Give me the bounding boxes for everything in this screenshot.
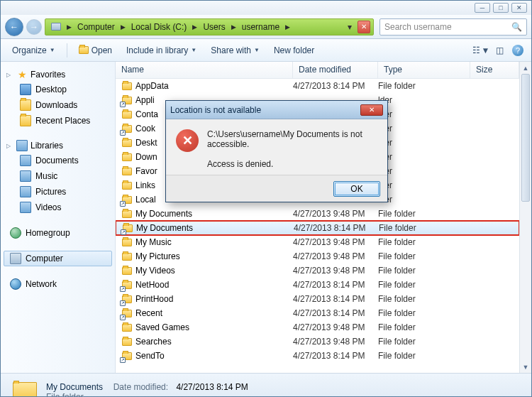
sidebar-downloads[interactable]: Downloads — [4, 97, 112, 113]
dialog-message-1: C:\Users\username\My Documents is not ac… — [207, 129, 377, 149]
column-type[interactable]: Type — [378, 62, 470, 78]
sidebar-network[interactable]: Network — [4, 276, 112, 292]
file-date: 4/27/2013 9:48 PM — [293, 209, 378, 219]
share-with-button[interactable]: Share with▼ — [205, 43, 265, 58]
file-row[interactable]: My Videos4/27/2013 9:48 PMFile folder — [116, 263, 519, 278]
scroll-track[interactable] — [520, 74, 531, 361]
folder-icon: ↗ — [121, 308, 133, 319]
sidebar-computer[interactable]: Computer — [4, 251, 112, 266]
file-row[interactable]: My Pictures4/27/2013 9:48 PMFile folder — [116, 249, 519, 263]
chevron-icon[interactable]: ▶ — [230, 23, 238, 31]
file-date: 4/27/2013 9:48 PM — [293, 322, 378, 332]
include-library-button[interactable]: Include in library▼ — [121, 43, 202, 58]
folder-icon — [121, 208, 133, 219]
breadcrumb-seg[interactable]: Computer — [73, 19, 119, 35]
column-size[interactable]: Size — [470, 62, 519, 78]
dialog-title-bar[interactable]: Location is not available ✕ — [166, 101, 387, 119]
sidebar-pictures[interactable]: Pictures — [4, 184, 112, 200]
help-button[interactable]: ? — [510, 43, 526, 58]
file-type: File folder — [378, 280, 470, 290]
file-date: 4/27/2013 8:14 PM — [293, 280, 378, 290]
sidebar-favorites[interactable]: ▷★Favorites — [4, 67, 112, 82]
file-row[interactable]: AppData4/27/2013 8:14 PMFile folder — [116, 79, 519, 93]
sidebar-documents[interactable]: Documents — [4, 153, 112, 168]
scroll-up-button[interactable]: ▲ — [520, 62, 531, 74]
back-button[interactable]: ← — [5, 18, 23, 36]
file-name: My Documents — [135, 209, 293, 219]
file-name: My Videos — [135, 266, 293, 276]
chevron-icon[interactable]: ▶ — [119, 23, 127, 31]
file-row[interactable]: ↗My Documents4/27/2013 8:14 PMFile folde… — [116, 221, 519, 235]
dialog-close-button[interactable]: ✕ — [360, 104, 383, 116]
sidebar-homegroup[interactable]: Homegroup — [4, 225, 112, 241]
search-placeholder: Search username — [384, 22, 452, 32]
file-name: My Documents — [136, 223, 294, 233]
address-bar[interactable]: ▶ Computer ▶ Local Disk (C:) ▶ Users ▶ u… — [45, 18, 374, 36]
file-type: File folder — [378, 308, 470, 318]
star-icon: ★ — [16, 69, 28, 80]
organize-button[interactable]: Organize▼ — [6, 43, 61, 58]
forward-button[interactable]: → — [26, 19, 42, 35]
close-button[interactable]: ✕ — [511, 3, 527, 13]
title-bar: ─ □ ✕ — [1, 1, 531, 15]
chevron-icon[interactable]: ▶ — [191, 23, 199, 31]
breadcrumb-seg[interactable]: Local Disk (C:) — [127, 19, 192, 35]
minimize-button[interactable]: ─ — [475, 3, 490, 13]
search-input[interactable]: Search username 🔍 — [379, 18, 527, 36]
folder-icon — [121, 251, 133, 262]
file-type: File folder — [379, 223, 471, 233]
details-pane: My Documents Date modified: 4/27/2013 8:… — [1, 373, 531, 397]
folder-icon — [121, 80, 133, 92]
new-folder-button[interactable]: New folder — [268, 43, 320, 58]
folder-icon: ↗ — [121, 350, 133, 361]
file-date: 4/27/2013 9:48 PM — [293, 266, 378, 276]
sidebar-videos[interactable]: Videos — [4, 200, 112, 215]
address-dropdown[interactable]: ▾ — [343, 21, 356, 33]
column-name[interactable]: Name — [116, 62, 293, 78]
breadcrumb-seg[interactable]: Users — [199, 19, 229, 35]
dialog-ok-button[interactable]: OK — [333, 181, 380, 197]
sidebar-recent-places[interactable]: Recent Places — [4, 113, 112, 129]
separator — [67, 43, 67, 58]
file-type: File folder — [378, 209, 470, 219]
scroll-down-button[interactable]: ▼ — [520, 361, 531, 373]
file-row[interactable]: My Music4/27/2013 9:48 PMFile folder — [116, 235, 519, 249]
file-type: lder — [378, 195, 470, 205]
view-options-button[interactable]: ☷▼ — [473, 43, 489, 58]
file-row[interactable]: My Documents4/27/2013 9:48 PMFile folder — [116, 207, 519, 221]
sidebar-desktop[interactable]: Desktop — [4, 82, 112, 97]
column-date[interactable]: Date modified — [293, 62, 378, 78]
file-row[interactable]: ↗PrintHood4/27/2013 8:14 PMFile folder — [116, 292, 519, 306]
vertical-scrollbar[interactable]: ▲ ▼ — [519, 62, 531, 373]
search-icon[interactable]: 🔍 — [511, 22, 522, 32]
scroll-thumb[interactable] — [521, 74, 530, 202]
preview-pane-button[interactable]: ◫ — [492, 43, 507, 58]
chevron-icon[interactable]: ▶ — [65, 23, 73, 31]
details-date: 4/27/2013 8:14 PM — [176, 382, 248, 392]
address-stop-button[interactable]: ✕ — [358, 21, 370, 33]
address-computer-icon[interactable] — [47, 19, 65, 35]
file-row[interactable]: ↗Recent4/27/2013 8:14 PMFile folder — [116, 306, 519, 320]
file-date: 4/27/2013 8:14 PM — [293, 351, 378, 361]
file-name: Saved Games — [135, 322, 293, 332]
sidebar-libraries[interactable]: ▷Libraries — [4, 138, 112, 153]
file-date: 4/27/2013 8:14 PM — [294, 223, 379, 233]
file-row[interactable]: ↗NetHood4/27/2013 8:14 PMFile folder — [116, 278, 519, 292]
file-row[interactable]: Searches4/27/2013 9:48 PMFile folder — [116, 335, 519, 349]
desktop-icon — [20, 84, 31, 95]
libraries-icon — [16, 140, 28, 151]
file-row[interactable]: ↗SendTo4/27/2013 8:14 PMFile folder — [116, 349, 519, 363]
computer-icon — [10, 253, 21, 264]
file-type: lder — [378, 124, 470, 134]
shortcut-overlay-icon: ↗ — [120, 102, 126, 107]
folder-icon — [20, 115, 31, 126]
open-button[interactable]: Open — [73, 43, 118, 58]
maximize-button[interactable]: □ — [493, 3, 509, 13]
details-folder-icon — [11, 378, 39, 397]
file-row[interactable]: Saved Games4/27/2013 9:48 PMFile folder — [116, 320, 519, 335]
breadcrumb-seg[interactable]: username — [238, 19, 284, 35]
nav-bar: ← → ▶ Computer ▶ Local Disk (C:) ▶ Users… — [1, 15, 531, 39]
sidebar-music[interactable]: Music — [4, 168, 112, 184]
file-type: File folder — [378, 266, 470, 276]
chevron-icon[interactable]: ▶ — [284, 23, 292, 31]
